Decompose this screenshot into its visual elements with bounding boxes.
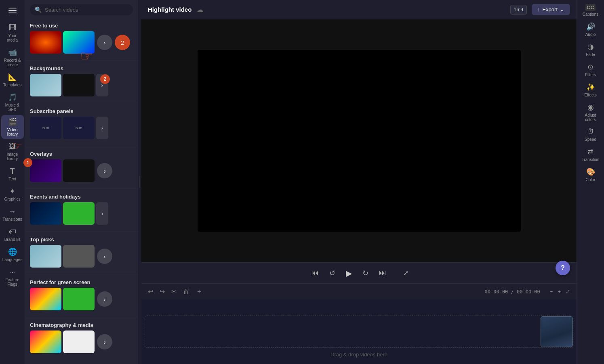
- thumb-top-picks-0[interactable]: [30, 245, 61, 268]
- section-top-picks: Top picks ›: [25, 233, 138, 272]
- search-icon: 🔍: [35, 6, 42, 13]
- right-panel-effects[interactable]: ✨ Effects: [578, 80, 603, 100]
- thumb-overlays-1[interactable]: [63, 159, 95, 182]
- export-chevron-icon: ⌄: [560, 6, 564, 13]
- nav-label-templates: Templates: [3, 83, 22, 87]
- nav-item-brand-kit[interactable]: 🏷 Brand kit: [1, 225, 24, 244]
- thumb-top-picks-1[interactable]: [63, 245, 95, 268]
- more-backgrounds-btn[interactable]: ›: [96, 74, 108, 96]
- your-media-icon: 🎞: [8, 23, 17, 32]
- feature-flags-icon: ⋯: [8, 268, 17, 276]
- nav-item-music-sfx[interactable]: 🎵 Music & SFX: [1, 90, 24, 114]
- right-panel-audio[interactable]: 🔊 Audio: [578, 20, 603, 39]
- section-title-subscribe-panels: Subscribe panels: [25, 105, 138, 117]
- right-panel-adjust-colors[interactable]: ◉ Adjust colors: [578, 100, 603, 124]
- thumb-cinematography-1[interactable]: [63, 331, 95, 353]
- more-green-screen-btn[interactable]: ›: [97, 291, 112, 307]
- add-clip-button[interactable]: ＋: [194, 286, 204, 297]
- nav-label-music-sfx: Music & SFX: [3, 103, 22, 112]
- timeline-time: 00:00.00 / 00:00.00: [485, 289, 540, 295]
- zoom-fit-button[interactable]: ⤢: [564, 287, 572, 296]
- nav-item-languages[interactable]: 🌐 Languages: [1, 245, 24, 264]
- more-cinematography-btn[interactable]: ›: [97, 334, 112, 349]
- nav-item-text[interactable]: T Text: [1, 164, 24, 184]
- export-icon: ↑: [537, 6, 540, 13]
- export-button[interactable]: ↑ Export ⌄: [532, 4, 570, 15]
- right-panel-color[interactable]: 🎨 Color: [578, 165, 603, 184]
- graphics-icon: ✦: [8, 187, 17, 196]
- thumb-subscribe-0[interactable]: SUB: [30, 117, 61, 139]
- redo-button[interactable]: ↪: [158, 286, 166, 297]
- adjust-colors-icon: ◉: [587, 103, 594, 112]
- more-top-picks-btn[interactable]: ›: [97, 249, 112, 264]
- undo-button[interactable]: ↩: [146, 286, 155, 297]
- nav-item-templates[interactable]: 📐 Templates: [1, 70, 24, 90]
- speed-label: Speed: [585, 137, 596, 142]
- nav-item-video-library[interactable]: 🎬 Video library: [1, 115, 24, 139]
- section-title-free-to-use: Free to use: [25, 19, 138, 31]
- nav-item-image-library[interactable]: 🖼 Image library: [1, 140, 24, 163]
- nav-item-your-media[interactable]: 🎞 Your media: [1, 21, 24, 45]
- cut-button[interactable]: ✂: [170, 286, 178, 297]
- timeline-clip[interactable]: [541, 316, 573, 347]
- expand-button[interactable]: ⤢: [403, 269, 408, 277]
- thumbnails-subscribe-panels: SUB SUB ›: [25, 117, 138, 139]
- nav-item-transitions[interactable]: ↔ Transitions: [1, 205, 24, 224]
- speed-icon: ⏱: [587, 128, 594, 136]
- video-preview-area: [141, 19, 577, 262]
- thumb-green-screen-0[interactable]: [30, 288, 61, 310]
- zoom-in-button[interactable]: +: [556, 287, 562, 296]
- search-bar: 🔍: [25, 0, 138, 19]
- nav-label-your-media: Your media: [3, 33, 22, 42]
- nav-item-graphics[interactable]: ✦ Graphics: [1, 184, 24, 204]
- more-free-to-use-btn[interactable]: ›: [97, 35, 112, 50]
- section-subscribe-panels: Subscribe panels SUB SUB ›: [25, 105, 138, 144]
- thumbnails-cinematography: ›: [25, 331, 138, 353]
- search-input[interactable]: [45, 7, 128, 13]
- thumb-green-screen-1[interactable]: [63, 288, 95, 310]
- skip-back-button[interactable]: ⏮: [310, 267, 320, 279]
- section-events-and-holidays: Events and holidays ›: [25, 190, 138, 230]
- timeline-total-time: 00:00.00: [517, 289, 540, 295]
- more-events-btn[interactable]: ›: [96, 202, 108, 225]
- timeline-track[interactable]: [145, 316, 573, 348]
- thumb-free-to-use-1[interactable]: [63, 31, 95, 54]
- help-button[interactable]: ?: [556, 261, 570, 275]
- thumbnails-events-and-holidays: ›: [25, 202, 138, 225]
- nav-label-graphics: Graphics: [4, 197, 20, 201]
- right-panel-transition[interactable]: ⇄ Transition: [578, 145, 603, 164]
- languages-icon: 🌐: [8, 247, 17, 256]
- nav-item-record-create[interactable]: 📹 Record & create: [1, 46, 24, 69]
- skip-forward-button[interactable]: ⏭: [377, 267, 388, 279]
- thumb-backgrounds-1[interactable]: [63, 74, 95, 96]
- nav-label-text: Text: [8, 177, 16, 181]
- thumb-backgrounds-0[interactable]: [30, 74, 61, 96]
- play-button[interactable]: ▶: [344, 267, 354, 280]
- nav-label-video-library: Video library: [3, 128, 22, 136]
- color-icon: 🎨: [586, 167, 595, 176]
- thumb-free-to-use-0[interactable]: [30, 31, 61, 54]
- rewind-button[interactable]: ↺: [328, 267, 337, 279]
- delete-button[interactable]: 🗑: [181, 287, 191, 297]
- right-panel-fade[interactable]: ◑ Fade: [578, 40, 603, 59]
- right-panel-filters[interactable]: ⊙ Filters: [578, 60, 603, 79]
- fast-forward-button[interactable]: ↻: [361, 267, 370, 279]
- captions-icon: CC: [585, 4, 596, 11]
- thumb-events-1[interactable]: [63, 202, 95, 225]
- more-subscribe-panels-btn[interactable]: ›: [96, 117, 108, 139]
- more-overlays-btn[interactable]: ›: [97, 163, 112, 178]
- video-library-icon: 🎬: [8, 117, 17, 126]
- thumb-overlays-0[interactable]: [30, 159, 61, 182]
- right-panel-captions[interactable]: CC Captions: [578, 2, 603, 19]
- thumb-subscribe-1[interactable]: SUB: [63, 117, 95, 139]
- zoom-out-button[interactable]: −: [548, 287, 555, 296]
- hamburger-menu[interactable]: [1, 3, 24, 18]
- thumb-events-0[interactable]: [30, 202, 61, 225]
- right-panel-speed[interactable]: ⏱ Speed: [578, 125, 603, 144]
- thumb-cinematography-0[interactable]: [30, 331, 61, 353]
- ratio-badge[interactable]: 16:9: [510, 5, 527, 15]
- section-title-events-and-holidays: Events and holidays: [25, 190, 138, 202]
- nav-item-feature-flags[interactable]: ⋯ Feature Flags: [1, 265, 24, 289]
- sidebar-collapse-handle[interactable]: [138, 0, 141, 364]
- thumbnails-backgrounds: ›: [25, 74, 138, 96]
